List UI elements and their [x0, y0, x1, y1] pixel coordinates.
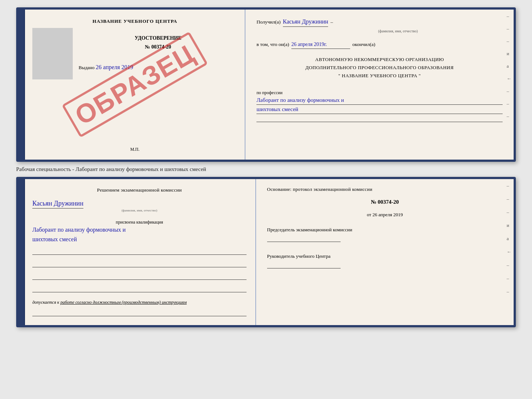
completion-date: 26 апреля 2019г.	[291, 40, 350, 49]
protocol-number: № 00374-20	[267, 199, 503, 205]
received-line: Получил(а) Касьян Дружинин –	[256, 17, 503, 27]
protocol-date-prefix: от	[367, 212, 371, 217]
cert-spine-top	[18, 10, 25, 160]
bottom-cert-right-page: Основание: протокол экзаменационной коми…	[256, 179, 514, 325]
id-card-body: УДОСТОВЕРЕНИЕ № 00374-20 Выдано 26 апрел…	[32, 28, 237, 144]
right-side-marks-bottom: – – – и а ← – – –	[507, 183, 511, 295]
bottom-certificate: Решением экзаменационной комиссии Касьян…	[16, 177, 516, 327]
photo-placeholder	[32, 28, 73, 79]
kvalf-block: присвоена квалификация Лаборант по анали…	[32, 220, 247, 244]
blank-line-4	[32, 273, 247, 280]
predsed-sign-line	[267, 235, 341, 242]
org-block: АВТОНОМНУЮ НЕКОММЕРЧЕСКУЮ ОРГАНИЗАЦИЮ ДО…	[256, 56, 503, 80]
blank-line-2	[32, 248, 247, 255]
dopusk-text-value: работе согласно должностным (производств…	[60, 300, 187, 305]
ruk-sign-line	[267, 262, 341, 268]
predsed-title: Председатель экзаменационной комиссии	[267, 226, 503, 234]
blank-line-3	[32, 261, 247, 267]
finished-label: окончил(а)	[352, 40, 375, 49]
blank-line-5	[32, 286, 247, 292]
ruk-title: Руководитель учебного Центра	[267, 252, 503, 260]
id-info: УДОСТОВЕРЕНИЕ № 00374-20 Выдано 26 апрел…	[79, 28, 237, 144]
profession-value-1: Лаборант по анализу формовочных и	[256, 96, 503, 105]
top-cert-left-page: НАЗВАНИЕ УЧЕБНОГО ЦЕНТРА УДОСТОВЕРЕНИЕ №…	[25, 10, 245, 160]
ruk-block: Руководитель учебного Центра	[267, 252, 503, 268]
profession-label: по профессии	[256, 90, 503, 96]
in-that-label: в том, что он(а)	[256, 40, 289, 49]
bottom-cert-left-page: Решением экзаменационной комиссии Касьян…	[25, 179, 256, 325]
id-issued-date: Выдано 26 апреля 2019	[79, 64, 237, 71]
id-title: УДОСТОВЕРЕНИЕ	[79, 35, 237, 41]
top-certificate: НАЗВАНИЕ УЧЕБНОГО ЦЕНТРА УДОСТОВЕРЕНИЕ №…	[16, 7, 516, 162]
issued-date-value: 26 апреля 2019	[96, 64, 133, 70]
name-subtext-top: (фамилия, имя, отчество)	[293, 29, 503, 33]
top-cert-right-page: Получил(а) Касьян Дружинин – (фамилия, и…	[245, 10, 514, 160]
right-side-marks-top: – – – и а ← – – –	[507, 13, 511, 119]
person-name-bottom: Касьян Дружинин	[32, 200, 83, 209]
blank-line-6	[32, 310, 247, 316]
name-block-bottom: Касьян Дружинин (фамилия, имя, отчество)	[32, 200, 247, 212]
predsed-block: Председатель экзаменационной комиссии	[267, 226, 503, 242]
received-label: Получил(а)	[256, 18, 281, 26]
org-line2: ДОПОЛНИТЕЛЬНОГО ПРОФЕССИОНАЛЬНОГО ОБРАЗО…	[256, 64, 503, 72]
dopusk-block: допускается к работе согласно должностны…	[32, 300, 247, 305]
kvalf-label: присвоена квалификация	[32, 220, 247, 225]
cert-spine-bottom	[18, 179, 25, 325]
blank-line-1	[256, 115, 503, 122]
org-line1: АВТОНОМНУЮ НЕКОММЕРЧЕСКУЮ ОРГАНИЗАЦИЮ	[256, 56, 503, 64]
profession-value-2: шихтовых смесей	[256, 105, 503, 114]
name-caption-bottom: (фамилия, имя, отчество)	[32, 209, 247, 212]
specialty-line: Рабочая специальность - Лаборант по анал…	[16, 165, 206, 173]
recipient-name: Касьян Дружинин	[283, 17, 328, 27]
in-that-line: в том, что он(а) 26 апреля 2019г. окончи…	[256, 40, 503, 49]
osnov-text: Основание: протокол экзаменационной коми…	[267, 186, 503, 192]
protocol-date: от 26 апреля 2019	[267, 212, 503, 218]
org-name: " НАЗВАНИЕ УЧЕБНОГО ЦЕНТРА "	[256, 72, 503, 80]
dopusk-prefix: допускается к	[32, 300, 59, 305]
profession-block: по профессии Лаборант по анализу формово…	[256, 90, 503, 122]
training-center-name-top: НАЗВАНИЕ УЧЕБНОГО ЦЕНТРА	[93, 18, 177, 24]
mp-label: М.П.	[130, 147, 139, 152]
kvalf-value-2: шихтовых смесей	[32, 235, 247, 244]
issued-label: Выдано	[79, 65, 94, 70]
protocol-date-value: 26 апреля 2019	[373, 212, 403, 217]
id-number: № 00374-20	[79, 44, 237, 50]
kvalf-value-1: Лаборант по анализу формовочных и	[32, 225, 247, 235]
komissia-title: Решением экзаменационной комиссии	[32, 186, 247, 194]
